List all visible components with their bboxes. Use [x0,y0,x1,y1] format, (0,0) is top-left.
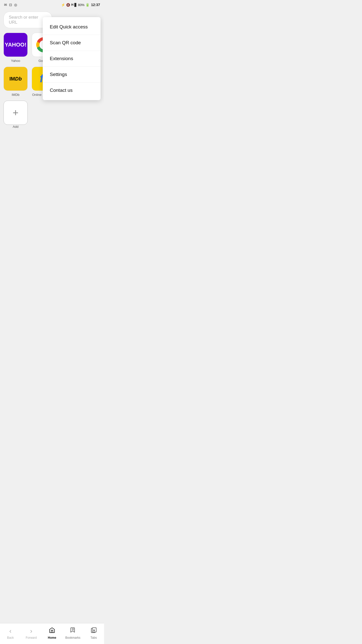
menu-item-extensions[interactable]: Extensions [43,51,101,67]
imdb-icon-box[interactable]: IMDb [4,67,28,91]
battery-percent: 80% [78,3,84,7]
dropdown-menu: Edit Quick access Scan QR code Extension… [43,17,101,100]
quick-access-item-yahoo[interactable]: YAHOO! Yahoo [4,33,28,63]
menu-item-scan-qr-code[interactable]: Scan QR code [43,35,101,51]
imdb-logo: IMDb [4,67,27,91]
status-bar: ✉ ⊡ ◎ ⚡ 🔇 H ▊ 80% 🔋 12:37 [0,0,104,9]
menu-item-contact-us[interactable]: Contact us [43,83,101,98]
quick-access-item-imdb[interactable]: IMDb IMDb [4,67,28,97]
signal-icon: ▊ [74,3,77,7]
quick-access-add[interactable]: + Add [4,101,28,129]
menu-item-settings[interactable]: Settings [43,67,101,83]
yahoo-label: Yahoo [11,59,20,63]
search-placeholder: Search or enter URL [9,15,38,25]
plus-icon: + [13,107,18,118]
timer-icon: ◎ [14,3,17,7]
status-right-icons: ⚡ 🔇 H ▊ 80% 🔋 12:37 [61,3,100,7]
yahoo-icon-box[interactable]: YAHOO! [4,33,28,57]
yahoo-logo: YAHOO! [4,33,27,57]
status-left-icons: ✉ ⊡ ◎ [4,3,17,7]
time-display: 12:37 [91,3,100,7]
grid-row-add: + Add [4,101,101,129]
menu-item-edit-quick-access[interactable]: Edit Quick access [43,19,101,35]
image-icon: ⊡ [9,3,12,7]
battery-icon: 🔋 [85,3,89,7]
mail-icon: ✉ [4,3,7,7]
bluetooth-icon: ⚡ [61,3,65,7]
add-icon-box[interactable]: + [4,101,28,125]
imdb-label: IMDb [12,93,19,97]
add-label: Add [13,125,18,129]
h-icon: H [71,3,73,7]
mute-icon: 🔇 [66,3,70,7]
